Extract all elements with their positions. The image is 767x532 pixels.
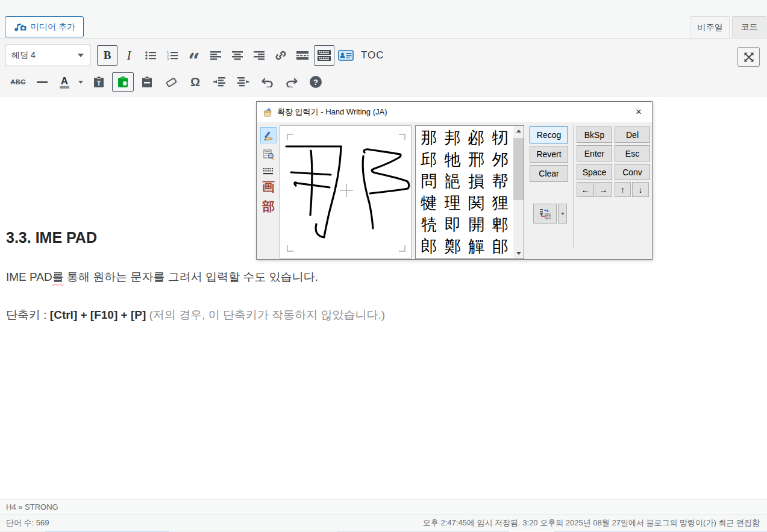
element-path[interactable]: H4 » STRONG [6, 502, 58, 512]
candidate-char[interactable]: 郎 [417, 236, 441, 257]
strikethrough-label: ABC [10, 78, 25, 86]
toc-button[interactable]: TOC [357, 45, 384, 66]
enter-button[interactable]: Enter [577, 145, 612, 161]
tab-code[interactable]: 코드 [732, 16, 766, 37]
candidate-char[interactable]: 郋 [489, 236, 513, 257]
candidate-char[interactable]: 損 [465, 171, 489, 192]
candidate-scrollbar[interactable] [513, 126, 524, 258]
fullscreen-button[interactable] [737, 47, 760, 67]
candidate-char[interactable]: 関 [465, 192, 489, 214]
candidate-char[interactable]: 問 [417, 171, 441, 192]
stroke-count-tool-button[interactable]: 画 [260, 178, 277, 195]
candidate-char[interactable]: 邦 [441, 127, 465, 149]
horizontal-rule-icon [37, 81, 48, 83]
bold-button[interactable]: B [97, 45, 117, 66]
properties-button[interactable] [533, 204, 557, 224]
paste-button[interactable] [136, 72, 158, 92]
candidate-char[interactable]: 邢 [465, 149, 489, 171]
candidate-char[interactable]: 觶 [465, 236, 489, 257]
horizontal-rule-button[interactable] [31, 72, 53, 92]
paste-from-word-button[interactable] [112, 72, 134, 92]
stroke-count-label: 画 [262, 178, 275, 195]
revert-button[interactable]: Revert [530, 146, 568, 163]
strikethrough-button[interactable]: ABC [7, 72, 29, 92]
align-left-button[interactable] [205, 45, 226, 66]
dialog-title: 확장 입력기 - Hand Writing (JA) [277, 107, 387, 117]
properties-icon [539, 208, 551, 219]
business-card-button[interactable] [336, 45, 356, 66]
remove-format-button[interactable] [160, 72, 182, 92]
candidate-char[interactable]: 㸿 [417, 214, 441, 236]
candidate-char[interactable]: 帮 [489, 171, 513, 192]
character-list-tool-button[interactable] [260, 146, 277, 162]
text-color-dropdown[interactable] [76, 72, 86, 92]
read-more-icon [296, 51, 309, 60]
handwriting-tool-button[interactable] [260, 127, 277, 143]
space-button[interactable]: Space [577, 164, 612, 180]
scroll-up-icon[interactable] [513, 126, 524, 136]
properties-dropdown[interactable] [558, 204, 567, 224]
numbered-list-button[interactable]: 123 [162, 45, 183, 66]
candidate-char[interactable]: 郶 [441, 171, 465, 192]
candidate-char[interactable]: 犍 [417, 192, 441, 214]
handwriting-icon [263, 130, 275, 142]
redo-button[interactable] [281, 72, 302, 92]
bullet-list-button[interactable] [140, 45, 161, 66]
element-path-bar: H4 » STRONG [0, 499, 767, 515]
handwriting-canvas[interactable] [280, 125, 412, 259]
esc-button[interactable]: Esc [615, 145, 650, 161]
clear-button[interactable]: Clear [530, 165, 568, 182]
arrow-up-button[interactable]: ↑ [615, 182, 631, 197]
candidate-char[interactable]: 邜 [489, 149, 513, 171]
conv-button[interactable]: Conv [615, 164, 650, 180]
insert-link-button[interactable] [271, 45, 291, 66]
blockquote-button[interactable]: “ [184, 45, 204, 66]
add-media-button[interactable]: 미디어 추가 [5, 16, 84, 37]
radical-tool-button[interactable]: 部 [260, 198, 277, 214]
section-heading: 3.3. IME PAD [6, 229, 97, 246]
paste-as-text-button[interactable]: T [88, 72, 110, 92]
candidate-char[interactable]: 邲 [465, 127, 489, 149]
keyboard-button[interactable] [314, 45, 334, 66]
candidate-list: 那 邦 邲 牣 邱 牠 邢 邜 問 郶 損 帮 犍 理 関 狸 㸿 即 開 郫 … [415, 125, 524, 259]
text-color-button[interactable]: A [55, 72, 74, 92]
candidate-char[interactable]: 牠 [441, 149, 465, 171]
candidate-char[interactable]: 鄭 [441, 236, 465, 257]
candidate-char[interactable]: 那 [417, 127, 441, 149]
arrow-left-button[interactable]: ← [577, 182, 594, 197]
dialog-titlebar[interactable]: 확장 입력기 - Hand Writing (JA) [257, 102, 652, 122]
help-button[interactable]: ? [305, 72, 327, 92]
read-more-button[interactable] [292, 45, 313, 66]
arrow-down-button[interactable]: ↓ [632, 182, 649, 197]
special-char-button[interactable]: Ω [184, 72, 206, 92]
help-icon: ? [310, 76, 322, 88]
candidate-char[interactable]: 理 [441, 192, 465, 214]
editor-toolbars: 헤딩 4 B I 123 “ [0, 38, 767, 96]
bksp-button[interactable]: BkSp [577, 127, 612, 143]
heading-format-select[interactable]: 헤딩 4 [5, 45, 90, 66]
outdent-icon [213, 77, 226, 87]
tab-visual[interactable]: 비주얼 [690, 16, 730, 39]
candidate-char[interactable]: 開 [465, 214, 489, 236]
indent-button[interactable] [233, 72, 254, 92]
outdent-button[interactable] [208, 72, 230, 92]
align-right-button[interactable] [249, 45, 269, 66]
arrow-right-button[interactable]: → [595, 182, 612, 197]
recog-button[interactable]: Recog [530, 127, 568, 143]
undo-button[interactable] [257, 72, 278, 92]
undo-icon [261, 77, 274, 87]
del-button[interactable]: Del [615, 127, 650, 143]
candidate-char[interactable]: 邱 [417, 149, 441, 171]
paste-word-icon [117, 76, 129, 88]
tab-visual-label: 비주얼 [698, 22, 723, 33]
scroll-down-icon[interactable] [513, 248, 524, 258]
candidate-char[interactable]: 即 [441, 214, 465, 236]
candidate-char[interactable]: 牣 [489, 127, 513, 149]
candidate-char[interactable]: 狸 [489, 192, 513, 214]
close-icon[interactable]: × [631, 105, 646, 119]
italic-button[interactable]: I [119, 45, 139, 66]
soft-keyboard-tool-button[interactable] [260, 163, 277, 180]
scrollbar-thumb[interactable] [513, 138, 524, 200]
candidate-char[interactable]: 郫 [489, 214, 513, 236]
align-center-button[interactable] [227, 45, 248, 66]
